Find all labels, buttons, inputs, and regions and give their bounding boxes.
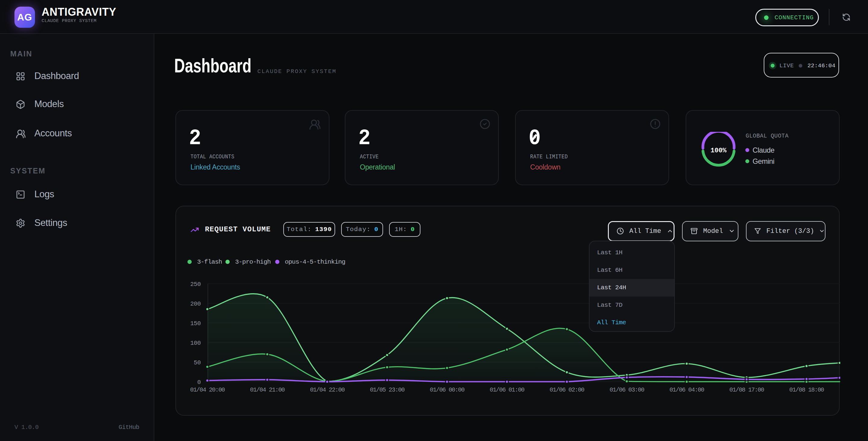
svg-text:0: 0 xyxy=(197,379,201,386)
svg-text:01/04 20:00: 01/04 20:00 xyxy=(190,386,225,393)
svg-text:250: 250 xyxy=(190,281,201,288)
svg-text:01/06 03:00: 01/06 03:00 xyxy=(610,386,644,393)
svg-text:01/06 02:00: 01/06 02:00 xyxy=(550,386,584,393)
svg-text:01/08 18:00: 01/08 18:00 xyxy=(789,386,824,393)
svg-text:01/04 21:00: 01/04 21:00 xyxy=(250,386,285,393)
svg-text:01/06 04:00: 01/06 04:00 xyxy=(670,386,704,393)
svg-text:100%: 100% xyxy=(711,147,727,154)
svg-text:100: 100 xyxy=(190,340,201,347)
svg-text:01/04 22:00: 01/04 22:00 xyxy=(310,386,344,393)
svg-text:01/06 00:00: 01/06 00:00 xyxy=(430,386,464,393)
svg-text:150: 150 xyxy=(190,320,201,327)
svg-text:200: 200 xyxy=(190,300,201,307)
svg-text:01/08 17:00: 01/08 17:00 xyxy=(730,386,764,393)
svg-text:50: 50 xyxy=(194,359,201,366)
svg-text:01/05 23:00: 01/05 23:00 xyxy=(370,386,404,393)
svg-text:01/06 01:00: 01/06 01:00 xyxy=(490,386,524,393)
